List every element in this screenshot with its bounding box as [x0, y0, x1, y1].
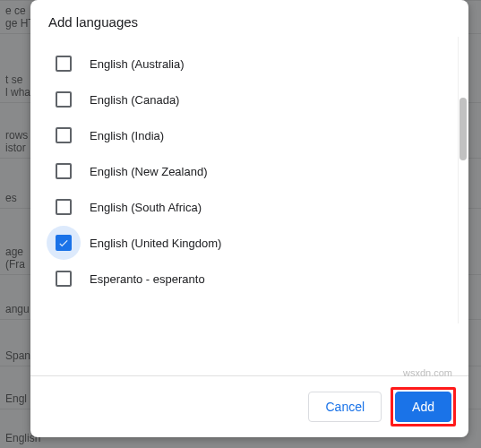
checkbox-icon[interactable] [56, 199, 72, 215]
cancel-button[interactable]: Cancel [308, 392, 382, 422]
add-languages-dialog: Add languages Dutch - NederlandsEnglish … [30, 0, 468, 437]
checkbox-icon[interactable] [56, 127, 72, 143]
language-option[interactable]: English (Australia) [30, 46, 468, 82]
language-option[interactable]: English (Canada) [30, 82, 468, 117]
language-option[interactable]: English (South Africa) [30, 189, 468, 225]
scrollbar-thumb[interactable] [460, 98, 467, 160]
language-label: English (Canada) [90, 93, 451, 107]
watermark: wsxdn.com [403, 367, 452, 378]
language-label: English (South Africa) [90, 201, 451, 214]
add-button[interactable]: Add [395, 392, 451, 422]
dialog-title: Add languages [30, 0, 468, 37]
language-list: Dutch - NederlandsEnglish (Australia)Eng… [30, 37, 468, 375]
checkbox-icon[interactable] [56, 271, 72, 287]
dialog-footer: Cancel Add [30, 375, 468, 437]
highlight-box: Add [391, 387, 456, 426]
language-option[interactable]: Esperanto - esperanto [30, 261, 468, 297]
checkbox-icon[interactable] [56, 235, 72, 251]
checkbox-icon[interactable] [56, 56, 72, 72]
language-option[interactable]: English (New Zealand) [30, 153, 468, 189]
scrollbar-track[interactable] [458, 37, 468, 323]
language-label: English (United Kingdom) [90, 237, 451, 250]
language-option[interactable]: Dutch - Nederlands [30, 37, 468, 46]
checkbox-icon[interactable] [56, 163, 72, 179]
language-label: English (New Zealand) [90, 165, 451, 178]
checkbox-icon[interactable] [56, 91, 72, 108]
language-label: English (India) [90, 129, 451, 142]
language-option[interactable]: English (India) [30, 117, 468, 153]
language-option[interactable]: English (United Kingdom) [30, 225, 468, 261]
language-label: Esperanto - esperanto [90, 272, 451, 286]
language-label: English (Australia) [90, 57, 451, 71]
